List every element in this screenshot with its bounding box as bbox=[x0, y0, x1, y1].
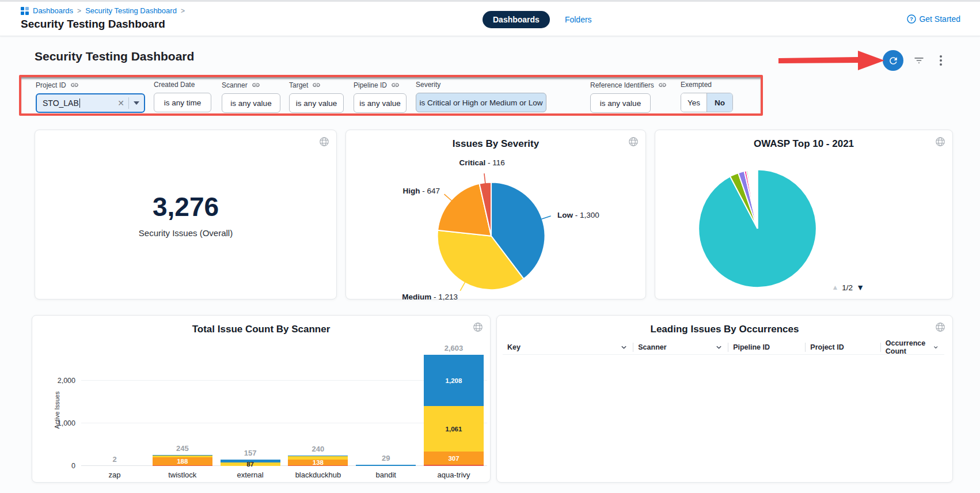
chart-title: Leading Issues By Occurrences bbox=[497, 316, 952, 335]
chart-title: Total Issue Count By Scanner bbox=[32, 316, 490, 335]
exempted-no-option[interactable]: No bbox=[706, 93, 732, 112]
get-started-link[interactable]: ? Get Started bbox=[907, 14, 960, 24]
get-started-label: Get Started bbox=[919, 14, 960, 24]
filter-project-id: Project ID STO_LAB ✕ bbox=[36, 81, 145, 113]
dashboard-more-menu-button[interactable] bbox=[937, 54, 945, 69]
tile-globe-icon[interactable] bbox=[319, 136, 329, 149]
page-indicator: 1/2 bbox=[842, 283, 853, 292]
bar-total-label: 245 bbox=[153, 444, 212, 453]
project-id-input[interactable]: STO_LAB ✕ bbox=[36, 93, 145, 113]
tab-folders[interactable]: Folders bbox=[565, 15, 592, 24]
tile-globe-icon[interactable] bbox=[935, 322, 945, 335]
sort-chevron-icon[interactable] bbox=[716, 345, 722, 350]
severity-filter-chip[interactable]: is Critical or High or Medium or Low bbox=[416, 93, 546, 112]
refresh-button[interactable] bbox=[883, 50, 903, 71]
x-axis-label: blackduckhub bbox=[288, 471, 348, 479]
bar-segment-label: 307 bbox=[424, 455, 484, 461]
link-icon bbox=[252, 81, 260, 89]
dashboards-grid-icon bbox=[21, 7, 29, 15]
breadcrumb-dashboards[interactable]: Dashboards bbox=[33, 6, 73, 15]
breadcrumb-separator: > bbox=[77, 7, 81, 15]
dashboard-heading: Security Testing Dashboard bbox=[35, 50, 194, 63]
bar-segment-critical[interactable] bbox=[153, 465, 212, 466]
breadcrumb-current-dashboard[interactable]: Security Testing Dashboard bbox=[85, 6, 177, 15]
chart-title: Issues By Severity bbox=[346, 130, 645, 150]
pie-slice-label: Critical - 116 bbox=[459, 158, 504, 167]
column-label: Project ID bbox=[810, 343, 844, 351]
scanner-bar-categories: zaptwistlockexternalblackduckhubbanditaq… bbox=[81, 471, 487, 479]
page-down-icon[interactable]: ▼ bbox=[856, 283, 864, 292]
bar-segment-label: 1,208 bbox=[424, 377, 484, 384]
pipeline-id-filter-button[interactable]: is any value bbox=[354, 93, 407, 113]
bar-segment-low[interactable] bbox=[356, 465, 416, 466]
pie-slice-label: Medium - 1,213 bbox=[402, 293, 458, 301]
bar-segment-critical[interactable] bbox=[424, 465, 484, 466]
bar-segment-critical[interactable] bbox=[288, 465, 348, 466]
table-column-header[interactable]: Pipeline ID bbox=[728, 343, 805, 352]
bar-segment-medium[interactable]: 87 bbox=[221, 462, 280, 466]
target-filter-button[interactable]: is any value bbox=[289, 93, 344, 113]
exempted-yes-option[interactable]: Yes bbox=[681, 93, 706, 112]
tile-globe-icon[interactable] bbox=[628, 136, 639, 149]
bar-segment-label: 188 bbox=[153, 458, 212, 465]
filter-created-date: Created Date is any time bbox=[154, 81, 211, 112]
stat-value: 3,276 bbox=[35, 191, 336, 222]
bar-segment-high[interactable]: 188 bbox=[153, 457, 212, 465]
filter-label: Project ID bbox=[36, 81, 145, 89]
bar-segment-low[interactable]: 1,208 bbox=[424, 355, 484, 406]
bar-column[interactable]: 2,6031,2081,061307 bbox=[424, 344, 484, 466]
pie-slice-label: High - 647 bbox=[402, 187, 440, 195]
dropdown-caret-icon[interactable] bbox=[129, 101, 144, 105]
bar-column[interactable]: 2 bbox=[85, 455, 145, 466]
tile-security-issues-overall: 3,276 Security Issues (Overall) bbox=[35, 130, 337, 299]
app-header: Dashboards > Security Testing Dashboard … bbox=[0, 2, 980, 36]
bar-segment-high[interactable]: 138 bbox=[288, 460, 348, 465]
bar-column[interactable]: 15787 bbox=[221, 449, 280, 466]
page-up-icon[interactable]: ▲ bbox=[831, 283, 838, 291]
filter-pipeline-id: Pipeline ID is any value bbox=[354, 81, 407, 113]
tile-globe-icon[interactable] bbox=[473, 322, 483, 335]
bar-segment-high[interactable]: 307 bbox=[424, 452, 484, 465]
tab-dashboards[interactable]: Dashboards bbox=[483, 11, 550, 28]
filter-exempted: Exempted Yes No bbox=[681, 81, 733, 112]
column-label: Pipeline ID bbox=[733, 343, 770, 351]
bar-column[interactable]: 245188 bbox=[153, 444, 212, 466]
sort-chevron-icon[interactable] bbox=[621, 345, 627, 350]
bar-segment-medium[interactable]: 1,061 bbox=[424, 406, 484, 452]
text-cursor bbox=[79, 98, 81, 108]
tile-total-issue-count-by-scanner: Total Issue Count By Scanner Active Issu… bbox=[32, 315, 491, 483]
tile-issues-by-severity: Issues By Severity Low - 1,300Medium - 1… bbox=[345, 130, 646, 299]
filter-scanner: Scanner is any value bbox=[222, 81, 280, 113]
tile-globe-icon[interactable] bbox=[935, 136, 945, 149]
header-tabs: Dashboards Folders bbox=[483, 11, 592, 28]
link-icon bbox=[391, 81, 400, 89]
bar-total-label: 240 bbox=[288, 445, 348, 453]
link-icon bbox=[658, 81, 667, 89]
bar-column[interactable]: 240138 bbox=[288, 445, 348, 466]
x-axis-label: zap bbox=[85, 471, 145, 479]
table-column-header[interactable]: Key bbox=[503, 343, 633, 352]
table-column-header[interactable]: Project ID bbox=[805, 343, 880, 352]
sort-chevron-icon[interactable] bbox=[933, 345, 938, 350]
x-axis-label: bandit bbox=[356, 471, 416, 479]
breadcrumb: Dashboards > Security Testing Dashboard … bbox=[21, 6, 185, 15]
column-label: Key bbox=[507, 343, 521, 351]
breadcrumb-separator: > bbox=[181, 7, 185, 15]
clear-icon[interactable]: ✕ bbox=[117, 98, 124, 108]
filter-list-icon bbox=[913, 55, 925, 66]
occurrences-table-header: KeyScannerPipeline IDProject IDOccurrenc… bbox=[503, 340, 944, 355]
link-icon bbox=[70, 81, 79, 89]
created-date-filter-button[interactable]: is any time bbox=[154, 93, 211, 112]
table-column-header[interactable]: Scanner bbox=[633, 343, 728, 352]
reference-identifiers-filter-button[interactable]: is any value bbox=[590, 93, 651, 113]
filter-label-text: Reference Identifiers bbox=[590, 81, 654, 89]
refresh-icon bbox=[888, 55, 899, 66]
table-column-header[interactable]: Occurrence Count bbox=[880, 343, 944, 352]
dashboard-filters-button[interactable] bbox=[913, 55, 925, 68]
bar-column[interactable]: 29 bbox=[356, 454, 416, 466]
scanner-filter-button[interactable]: is any value bbox=[222, 93, 280, 113]
filter-label-text: Scanner bbox=[222, 81, 248, 89]
scanner-bar-plot: 01,0002,000224518815787240138292,6031,20… bbox=[81, 350, 487, 466]
severity-pie: Low - 1,300Medium - 1,213High - 647Criti… bbox=[346, 130, 645, 299]
filter-label-text: Created Date bbox=[154, 81, 195, 89]
